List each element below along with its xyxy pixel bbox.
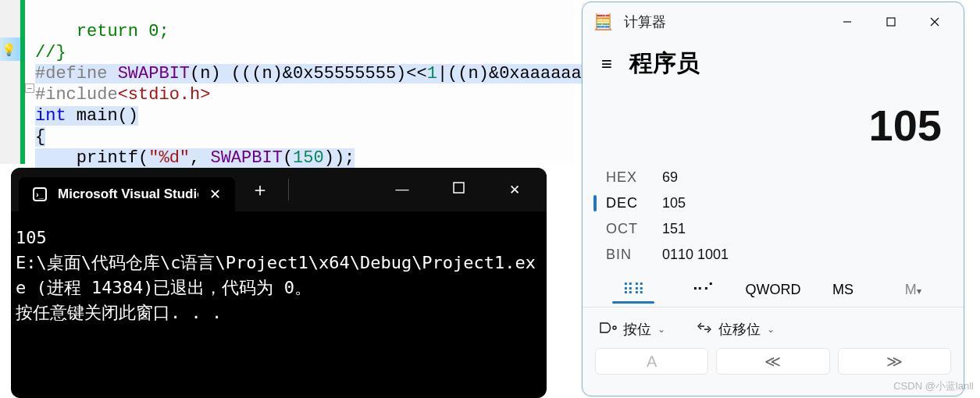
menu-icon[interactable]: ≡ <box>601 53 612 75</box>
chevron-down-icon: ▾ <box>917 286 921 297</box>
svg-rect-0 <box>454 183 464 193</box>
terminal-tab[interactable]: ›_ Microsoft Visual Studio ✕ <box>19 177 235 211</box>
number-bases: HEX 69 DEC 105 OCT 151 BIN 0110 1001 <box>583 165 964 277</box>
base-label: BIN <box>606 247 645 263</box>
close-button[interactable] <box>917 8 953 36</box>
terminal-titlebar[interactable]: ›_ Microsoft Visual Studio ✕ ＋ — ✕ <box>11 168 547 211</box>
chevron-down-icon: ⌄ <box>657 324 665 335</box>
maximize-button[interactable] <box>873 8 909 36</box>
terminal-window: ›_ Microsoft Visual Studio ✕ ＋ — ✕ 105 E… <box>11 168 547 398</box>
base-label: OCT <box>606 221 645 237</box>
base-value: 69 <box>662 169 678 186</box>
shift-icon <box>697 322 712 338</box>
keypad-toggle[interactable]: ⠿⠿ <box>598 280 668 299</box>
minimize-button[interactable]: — <box>386 182 419 198</box>
chevron-down-icon: ⌄ <box>767 324 775 335</box>
terminal-app-icon: ›_ <box>33 187 47 201</box>
bits-icon: ⠒⠊ <box>692 281 714 298</box>
code-gutter <box>0 0 20 164</box>
calc-display: 105 <box>583 94 964 165</box>
calculator-icon: 🧮 <box>593 12 613 31</box>
code-editor: 💡 – return 0; //} #define SWAPBIT(n) (((… <box>0 0 574 164</box>
terminal-line: E:\桌面\代码仓库\c语言\Project1\x64\Debug\Projec… <box>16 253 536 322</box>
word-size-button[interactable]: QWORD <box>738 282 808 298</box>
base-value: 0110 1001 <box>662 247 729 263</box>
minimize-button[interactable] <box>829 8 865 36</box>
base-row-oct[interactable]: OCT 151 <box>606 216 948 242</box>
base-row-hex[interactable]: HEX 69 <box>606 165 948 190</box>
calculator-window: 🧮 计算器 ≡ 程序员 105 HEX 69 DEC 105 OCT 151 B… <box>582 2 964 396</box>
key-a[interactable]: A <box>595 348 708 375</box>
new-tab-button[interactable]: ＋ <box>251 177 269 202</box>
base-value: 151 <box>662 221 686 237</box>
code-line: //} <box>35 43 66 62</box>
svg-rect-2 <box>887 18 895 26</box>
divider <box>288 179 289 201</box>
key-shift-left[interactable]: ≪ <box>716 348 829 375</box>
svg-point-5 <box>613 326 616 329</box>
code-content[interactable]: return 0; //} #define SWAPBIT(n) (((n)&0… <box>35 0 654 190</box>
terminal-line: 105 <box>16 228 47 247</box>
code-line: return 0; <box>35 22 169 41</box>
bit-toggle[interactable]: ⠒⠊ <box>668 280 739 299</box>
calc-keys-row: A ≪ ≫ <box>583 348 964 375</box>
keypad-icon: ⠿⠿ <box>622 281 644 298</box>
calc-app-title: 计算器 <box>624 12 666 31</box>
calc-sub-toolbar: 按位 ⌄ 位移位 ⌄ <box>583 307 964 348</box>
close-button[interactable]: ✕ <box>498 182 531 198</box>
fold-toggle-icon[interactable]: – <box>25 84 34 93</box>
base-row-dec[interactable]: DEC 105 <box>606 190 948 216</box>
bitshift-button[interactable]: 位移位 ⌄ <box>697 320 775 339</box>
lightbulb-icon[interactable]: 💡 <box>2 43 16 57</box>
memory-store[interactable]: MS <box>808 282 878 298</box>
change-marker <box>20 0 25 164</box>
calc-titlebar[interactable]: 🧮 计算器 <box>583 2 964 41</box>
calc-mode[interactable]: 程序员 <box>629 48 700 80</box>
tab-close-icon[interactable]: ✕ <box>209 186 221 203</box>
terminal-output[interactable]: 105 E:\桌面\代码仓库\c语言\Project1\x64\Debug\Pr… <box>11 211 547 330</box>
maximize-button[interactable] <box>442 182 475 198</box>
calc-toolbar: ⠿⠿ ⠒⠊ QWORD MS M▾ <box>583 277 964 307</box>
terminal-tab-title: Microsoft Visual Studio <box>58 187 198 202</box>
key-shift-right[interactable]: ≫ <box>838 348 951 375</box>
base-value: 105 <box>662 195 686 211</box>
base-label: DEC <box>606 195 645 211</box>
nand-icon <box>600 322 617 338</box>
base-row-bin[interactable]: BIN 0110 1001 <box>606 242 948 268</box>
memory-dropdown[interactable]: M▾ <box>878 282 948 298</box>
bitwise-button[interactable]: 按位 ⌄ <box>600 320 665 339</box>
base-label: HEX <box>606 169 645 186</box>
